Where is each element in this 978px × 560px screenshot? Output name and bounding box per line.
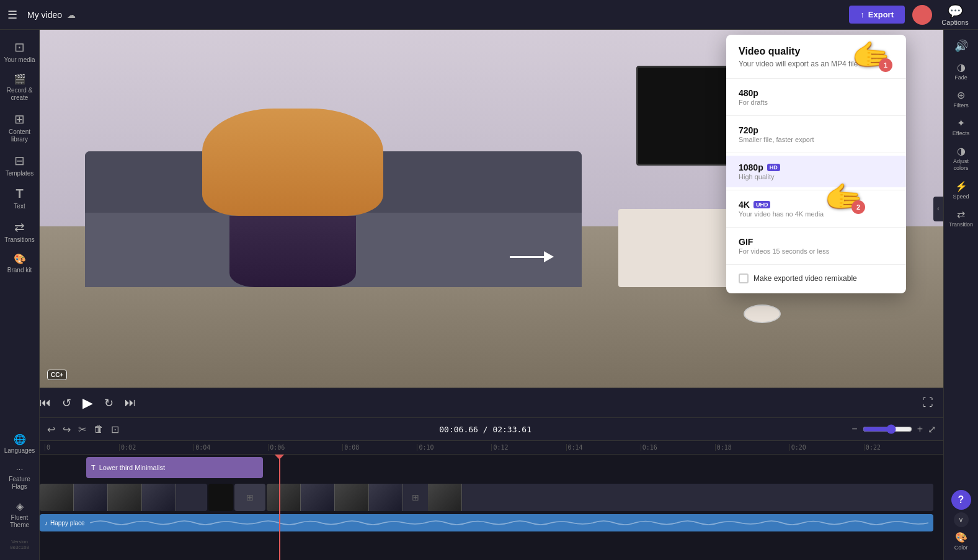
video-thumb-7 [335, 484, 369, 511]
ruler-mark-11: 0:22 [864, 444, 938, 451]
timeline-area: ↩ ↪ ✂ 🗑 ⊡ 00:06.66 / 02:33.61 − + ⤢ [40, 417, 943, 560]
sidebar-item-text[interactable]: T Text [0, 182, 39, 215]
video-area[interactable]: CC+ Video quality Your video will export… [40, 30, 943, 388]
transition-icon: ⇄ [957, 208, 965, 220]
sidebar-right-filters[interactable]: ⊕ Filters [944, 85, 978, 113]
quality-option-gif[interactable]: GIF For videos 15 seconds or less [726, 230, 906, 262]
video-controls: ⏮ ↺ ▶ ↻ ⏭ ⛶ [40, 388, 943, 417]
zoom-out-button[interactable]: − [851, 424, 857, 435]
help-button[interactable]: ? [951, 490, 971, 510]
text-track-row: T Lower third Minimalist [40, 455, 943, 481]
playhead[interactable] [279, 455, 280, 560]
remixable-checkbox[interactable] [739, 273, 749, 283]
sidebar-right-adjust-colors[interactable]: ◑ Adjust colors [944, 141, 978, 176]
sidebar-item-brand-kit[interactable]: 🎨 Brand kit [0, 248, 39, 278]
audio-track[interactable]: ♪ Happy place [40, 514, 933, 531]
sidebar-item-version: Version 8e3c1b8 [0, 534, 39, 555]
video-thumb-rest [176, 484, 207, 511]
video-thumb-1 [40, 484, 74, 511]
ruler-mark-1: 0:02 [119, 444, 193, 451]
languages-icon: 🌐 [14, 433, 26, 445]
add-clip-button[interactable]: ⊡ [111, 424, 119, 435]
effects-icon: ✦ [957, 117, 965, 129]
sidebar-item-your-media[interactable]: ⊡ Your media [0, 35, 39, 68]
quality-name-4k: 4KUHD [739, 200, 894, 210]
fast-forward-button[interactable]: ↻ [104, 396, 113, 410]
robot-vacuum [744, 304, 781, 323]
ruler-mark-0: 0 [45, 444, 119, 451]
remixable-label: Make exported video remixable [754, 274, 857, 283]
waveform-svg [90, 518, 928, 528]
sidebar-right-volume[interactable]: 🔊 [944, 35, 978, 57]
audio-track-label: Happy place [50, 520, 85, 527]
sidebar-right-speed[interactable]: ⚡ Speed [944, 176, 978, 204]
video-thumb-9 [428, 484, 462, 511]
cut-button[interactable]: ✂ [78, 424, 86, 435]
video-thumb-4 [142, 484, 176, 511]
quality-option-720p[interactable]: 720p Smaller file, faster export [726, 118, 906, 150]
sidebar-item-transitions[interactable]: ⇄ Transitions [0, 215, 39, 248]
export-panel-title: Video quality [726, 35, 906, 60]
quality-option-480p[interactable]: 480p For drafts [726, 81, 906, 113]
avatar[interactable] [912, 5, 932, 25]
text-track[interactable]: T Lower third Minimalist [86, 457, 263, 478]
sidebar-right-effects[interactable]: ✦ Effects [944, 113, 978, 141]
video-clip-gap [208, 484, 233, 511]
sidebar-item-templates[interactable]: ⊟ Templates [0, 148, 39, 182]
sidebar-item-languages[interactable]: 🌐 Languages [0, 429, 39, 459]
sidebar-right-fade[interactable]: ◑ Fade [944, 57, 978, 85]
sidebar-item-record-create[interactable]: 🎬 Record & create [0, 68, 39, 107]
video-clip-1[interactable] [40, 484, 207, 511]
menu-icon[interactable]: ☰ [7, 8, 17, 22]
sidebar-item-content-library[interactable]: ⊞ Content library [0, 107, 39, 148]
play-button[interactable]: ▶ [82, 395, 93, 411]
quality-option-1080p[interactable]: 1080pHD High quality [726, 156, 906, 187]
ruler-mark-7: 0:14 [566, 444, 641, 451]
skip-back-button[interactable]: ⏮ [40, 396, 51, 409]
rewind-button[interactable]: ↺ [62, 396, 71, 410]
zoom-slider[interactable] [863, 424, 912, 434]
redo-button[interactable]: ↪ [63, 424, 71, 435]
time-total: 02:33.61 [492, 425, 531, 434]
remixable-row: Make exported video remixable [726, 267, 906, 283]
sidebar-item-feature-flags[interactable]: ··· Feature Flags [0, 459, 39, 496]
fade-icon: ◑ [957, 61, 966, 73]
export-button[interactable]: ↑ Export [849, 6, 905, 24]
audio-icon: ♪ [45, 520, 48, 527]
transitions-icon: ⇄ [14, 220, 25, 234]
delete-button[interactable]: 🗑 [94, 424, 104, 435]
hd-badge: HD [767, 164, 780, 171]
quality-desc-720p: Smaller file, faster export [739, 136, 894, 143]
topbar: ☰ My video ☁ ↑ Export 💬 Captions [0, 0, 978, 30]
video-clip-2[interactable]: ⊞ [234, 484, 265, 511]
panel-collapse-btn[interactable]: ‹ [933, 197, 943, 221]
undo-button[interactable]: ↩ [47, 424, 55, 435]
captions-button[interactable]: 💬 Captions [940, 4, 971, 26]
text-track-label: Lower third Minimalist [99, 464, 165, 471]
video-clip-3[interactable]: ⊞ [267, 484, 933, 511]
zoom-in-button[interactable]: + [917, 424, 923, 435]
video-clip-3-icon: ⊞ [403, 484, 428, 511]
ruler-mark-9: 0:18 [715, 444, 789, 451]
ruler-mark-6: 0:12 [491, 444, 566, 451]
export-label: Export [868, 10, 894, 19]
sidebar-right-color[interactable]: 🎨 Color [944, 527, 978, 555]
audio-waveform [90, 518, 928, 528]
fit-timeline-button[interactable]: ⤢ [928, 424, 936, 435]
skip-forward-button[interactable]: ⏭ [125, 396, 136, 409]
sidebar-item-fluent-theme[interactable]: ◈ Fluent Theme [0, 496, 39, 534]
fullscreen-button[interactable]: ⛶ [922, 396, 933, 409]
sidebar-right-transition[interactable]: ⇄ Transition [944, 204, 978, 232]
feature-flags-icon: ··· [16, 464, 24, 474]
quality-name-gif: GIF [739, 237, 894, 247]
sidebar-left: ⊡ Your media 🎬 Record & create ⊞ Content… [0, 30, 40, 560]
timeline-toolbar: ↩ ↪ ✂ 🗑 ⊡ 00:06.66 / 02:33.61 − + ⤢ [40, 417, 943, 441]
video-track-row: ⊞ ⊞ [40, 481, 943, 512]
time-current: 00:06.66 [439, 425, 478, 434]
collapse-button[interactable]: ∨ [954, 512, 969, 527]
volume-icon: 🔊 [954, 39, 968, 53]
quality-option-4k[interactable]: 4KUHD Your video has no 4K media [726, 193, 906, 224]
cc-button[interactable]: CC+ [47, 370, 67, 380]
divider-3 [726, 190, 906, 190]
media-icon: ⊡ [14, 40, 25, 55]
